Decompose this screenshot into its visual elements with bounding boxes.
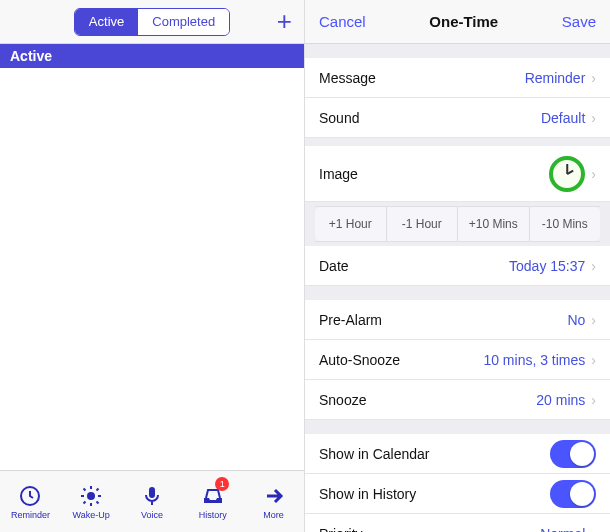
row-label: Message <box>319 70 376 86</box>
tab-label: Wake-Up <box>73 510 110 520</box>
reminder-editor-pane: Cancel One-Time Save Message Reminder› S… <box>305 0 610 532</box>
chevron-right-icon: › <box>591 70 596 86</box>
time-adjust-control: +1 Hour -1 Hour +10 Mins -10 Mins <box>315 206 600 242</box>
row-show-history: Show in History <box>305 474 610 514</box>
chevron-right-icon: › <box>591 526 596 533</box>
svg-rect-2 <box>149 487 155 498</box>
tab-more[interactable]: More <box>243 471 304 532</box>
bottom-tab-bar: Reminder Wake-Up Voice 1 History More <box>0 470 304 532</box>
tab-label: More <box>263 510 284 520</box>
row-autosnooze[interactable]: Auto-Snooze 10 mins, 3 times› <box>305 340 610 380</box>
row-value: Reminder <box>525 70 586 86</box>
row-label: Show in Calendar <box>319 446 430 462</box>
row-date[interactable]: Date Today 15:37› <box>305 246 610 286</box>
row-message[interactable]: Message Reminder› <box>305 58 610 98</box>
row-value: 10 mins, 3 times <box>483 352 585 368</box>
tab-voice[interactable]: Voice <box>122 471 183 532</box>
history-toggle[interactable] <box>550 480 596 508</box>
sun-icon <box>79 484 103 508</box>
time-minus-1h[interactable]: -1 Hour <box>387 207 459 241</box>
calendar-toggle[interactable] <box>550 440 596 468</box>
empty-list-area <box>0 68 304 470</box>
row-label: Pre-Alarm <box>319 312 382 328</box>
time-plus-1h[interactable]: +1 Hour <box>315 207 387 241</box>
row-sound[interactable]: Sound Default› <box>305 98 610 138</box>
reminder-image-preview <box>549 156 585 192</box>
row-value: Default <box>541 110 585 126</box>
row-prealarm[interactable]: Pre-Alarm No› <box>305 300 610 340</box>
tab-wakeup[interactable]: Wake-Up <box>61 471 122 532</box>
chevron-right-icon: › <box>591 258 596 274</box>
row-priority[interactable]: Priority Normal› <box>305 514 610 532</box>
section-header-active: Active <box>0 44 304 68</box>
row-value: No <box>567 312 585 328</box>
reminders-list-pane: Active Completed + Active Reminder Wake-… <box>0 0 305 532</box>
row-label: Auto-Snooze <box>319 352 400 368</box>
chevron-right-icon: › <box>591 166 596 182</box>
segment-completed[interactable]: Completed <box>138 9 229 35</box>
tab-reminder[interactable]: Reminder <box>0 471 61 532</box>
row-value: Normal <box>540 526 585 533</box>
tab-label: Voice <box>141 510 163 520</box>
add-reminder-button[interactable]: + <box>264 6 292 37</box>
history-badge: 1 <box>215 477 229 491</box>
left-topbar: Active Completed + <box>0 0 304 44</box>
chevron-right-icon: › <box>591 312 596 328</box>
editor-scroll: Message Reminder› Sound Default› Image ›… <box>305 44 610 532</box>
row-label: Priority <box>319 526 363 533</box>
chevron-right-icon: › <box>591 392 596 408</box>
row-label: Show in History <box>319 486 416 502</box>
mic-icon <box>140 484 164 508</box>
row-value: 20 mins <box>536 392 585 408</box>
segment-active[interactable]: Active <box>75 9 138 35</box>
row-image[interactable]: Image › <box>305 146 610 202</box>
chevron-right-icon: › <box>591 110 596 126</box>
row-label: Sound <box>319 110 359 126</box>
time-plus-10m[interactable]: +10 Mins <box>458 207 530 241</box>
editor-navbar: Cancel One-Time Save <box>305 0 610 44</box>
row-snooze[interactable]: Snooze 20 mins› <box>305 380 610 420</box>
row-value: Today 15:37 <box>509 258 585 274</box>
tab-label: Reminder <box>11 510 50 520</box>
editor-title: One-Time <box>429 13 498 30</box>
clock-icon <box>18 484 42 508</box>
chevron-right-icon: › <box>591 352 596 368</box>
tab-label: History <box>199 510 227 520</box>
arrow-right-icon <box>262 484 286 508</box>
save-button[interactable]: Save <box>562 13 596 30</box>
row-label: Date <box>319 258 349 274</box>
row-show-calendar: Show in Calendar <box>305 434 610 474</box>
svg-point-1 <box>87 492 95 500</box>
time-minus-10m[interactable]: -10 Mins <box>530 207 601 241</box>
row-label: Image <box>319 166 358 182</box>
status-segmented-control: Active Completed <box>74 8 230 36</box>
row-label: Snooze <box>319 392 366 408</box>
tab-history[interactable]: 1 History <box>182 471 243 532</box>
cancel-button[interactable]: Cancel <box>319 13 366 30</box>
